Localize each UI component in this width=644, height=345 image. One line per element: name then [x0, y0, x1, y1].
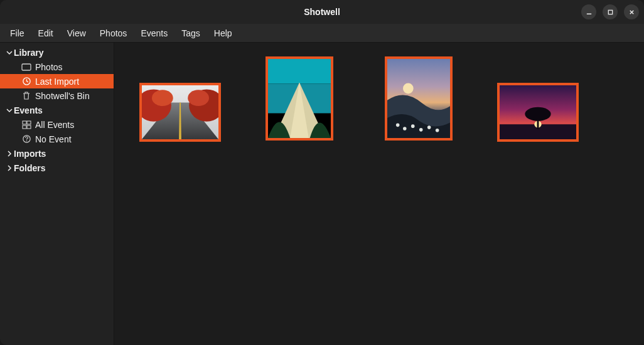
body: Library Photos Last Import Shotwell's Bi… [0, 43, 644, 345]
calendar-icon [20, 120, 33, 129]
close-icon [628, 9, 635, 16]
sidebar-item-label: Folders [14, 163, 46, 173]
menu-help[interactable]: Help [208, 26, 239, 41]
app-window: Shotwell File Edit View Photos Events Ta… [0, 0, 644, 345]
trash-icon [20, 91, 33, 100]
window-controls [581, 0, 639, 24]
sidebar-item-folders[interactable]: Folders [0, 161, 114, 175]
photo-image [268, 59, 331, 138]
svg-point-24 [403, 83, 414, 94]
svg-rect-1 [608, 10, 612, 14]
sidebar: Library Photos Last Import Shotwell's Bi… [0, 43, 114, 345]
sidebar-item-bin[interactable]: Shotwell's Bin [0, 88, 114, 103]
menu-edit[interactable]: Edit [32, 26, 60, 41]
minimize-icon [586, 9, 593, 16]
menu-view[interactable]: View [61, 26, 92, 41]
photo-thumbnail[interactable] [266, 56, 333, 141]
sidebar-item-last-import[interactable]: Last Import [0, 74, 114, 88]
photo-thumbnail[interactable] [385, 56, 453, 141]
sidebar-item-label: Photos [35, 62, 63, 72]
titlebar: Shotwell [0, 0, 644, 24]
svg-rect-19 [268, 59, 331, 83]
sidebar-item-label: Library [14, 48, 43, 58]
sidebar-item-library[interactable]: Library [0, 45, 114, 60]
thumbnail-cell [359, 56, 478, 141]
history-icon [20, 77, 33, 86]
chevron-right-icon [5, 165, 14, 171]
close-button[interactable] [624, 4, 639, 19]
sidebar-item-photos[interactable]: Photos [0, 60, 114, 74]
thumbnail-cell [478, 83, 598, 142]
chevron-right-icon [5, 151, 14, 157]
svg-rect-9 [27, 125, 31, 129]
sidebar-item-label: Shotwell's Bin [35, 91, 90, 101]
menu-file[interactable]: File [4, 26, 31, 41]
menu-photos[interactable]: Photos [94, 26, 134, 41]
chevron-down-icon [5, 50, 14, 56]
thumbnail-cell [121, 83, 240, 142]
menubar: File Edit View Photos Events Tags Help [0, 24, 644, 43]
svg-point-25 [396, 123, 400, 127]
svg-rect-8 [23, 125, 26, 129]
photo-image [387, 59, 450, 138]
sidebar-item-label: No Event [35, 134, 72, 144]
sidebar-item-all-events[interactable]: All Events [0, 117, 114, 132]
sidebar-item-label: Events [14, 105, 43, 115]
sidebar-item-imports[interactable]: Imports [0, 146, 114, 161]
svg-point-27 [411, 124, 415, 128]
photo-image [500, 85, 576, 139]
photo-thumbnail[interactable] [139, 83, 221, 142]
thumbnail-cell [240, 56, 359, 141]
photo-grid [114, 43, 644, 345]
chevron-down-icon [5, 107, 14, 114]
menu-tags[interactable]: Tags [175, 26, 207, 41]
svg-rect-4 [22, 64, 31, 70]
svg-point-11 [26, 141, 27, 142]
question-icon [20, 134, 33, 144]
sidebar-item-label: Last Import [35, 77, 79, 87]
svg-point-17 [152, 90, 173, 106]
menu-events[interactable]: Events [134, 26, 174, 41]
photos-icon [20, 63, 33, 72]
svg-point-28 [419, 128, 423, 132]
svg-point-35 [525, 107, 550, 121]
minimize-button[interactable] [581, 4, 596, 19]
maximize-button[interactable] [603, 4, 618, 19]
svg-point-30 [436, 129, 439, 132]
sidebar-item-no-event[interactable]: No Event [0, 132, 114, 146]
sidebar-item-label: Imports [14, 149, 46, 159]
svg-rect-6 [23, 121, 26, 124]
svg-point-26 [403, 127, 407, 130]
svg-point-18 [188, 90, 209, 106]
photo-image [142, 85, 218, 139]
photo-thumbnail[interactable] [497, 83, 579, 142]
sidebar-item-events[interactable]: Events [0, 103, 114, 117]
svg-point-29 [427, 125, 431, 129]
svg-rect-7 [27, 121, 31, 124]
window-title: Shotwell [304, 7, 340, 17]
maximize-icon [607, 9, 614, 16]
sidebar-item-label: All Events [35, 120, 74, 130]
